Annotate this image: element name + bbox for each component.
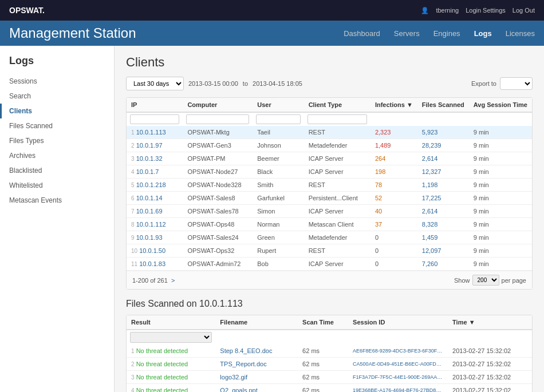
login-settings-link[interactable]: Login Settings <box>466 7 506 14</box>
user-filter-input[interactable] <box>256 114 300 124</box>
ip-link[interactable]: 10.0.1.113 <box>136 129 166 136</box>
filename-link[interactable]: TPS_Report.doc <box>220 361 266 367</box>
ip-link[interactable]: 10.0.1.218 <box>136 181 166 188</box>
table-row[interactable]: 2 No threat detected TPS_Report.doc 62 m… <box>127 358 532 371</box>
files-scanned-link[interactable]: 5,923 <box>422 129 438 136</box>
files-scanned-link[interactable]: 12,327 <box>422 168 441 175</box>
user-cell: Johnson <box>253 139 303 152</box>
avg-session-cell: 9 min <box>469 244 532 258</box>
col-files-scanned[interactable]: Files Scanned <box>417 98 469 112</box>
sidebar-item-files-scanned[interactable]: Files Scanned <box>0 118 114 133</box>
filename-cell: Q2_goals.ppt <box>215 384 298 393</box>
user-cell: Smith <box>253 179 303 192</box>
files-scanned-link[interactable]: 2,614 <box>422 155 438 162</box>
scan-time-cell: 62 ms <box>298 371 348 384</box>
row-num: 9 10.0.1.93 <box>127 231 183 244</box>
sidebar-item-metascan-events[interactable]: Metascan Events <box>0 193 114 208</box>
files-scanned-cell: 1,459 <box>417 231 469 244</box>
sidebar-item-search[interactable]: Search <box>0 89 114 104</box>
client-type-cell: ICAP Server <box>304 205 370 218</box>
infections-cell: 78 <box>370 179 417 192</box>
files-scanned-link[interactable]: 7,260 <box>422 260 438 267</box>
export-bar: Export to CSV PDF <box>471 77 533 90</box>
clients-per-page-select[interactable]: 200 100 50 <box>472 275 499 286</box>
sidebar-item-blacklisted[interactable]: Blacklisted <box>0 163 114 178</box>
clients-filter-row <box>127 112 532 126</box>
computer-filter-input[interactable] <box>186 114 249 124</box>
nav-servers[interactable]: Servers <box>394 29 420 38</box>
sidebar-item-clients[interactable]: Clients <box>0 104 114 118</box>
nav-licenses[interactable]: Licenses <box>506 29 535 38</box>
table-row[interactable]: 8 10.0.1.112 OPSWAT-Ops48 Norman Metasca… <box>127 218 532 231</box>
client-type-cell: ICAP Server <box>304 165 370 179</box>
nav-logs[interactable]: Logs <box>474 29 492 38</box>
ip-link[interactable]: 10.0.1.83 <box>139 260 165 267</box>
table-row[interactable]: 6 10.0.1.14 OPSWAT-Sales8 Garfunkel Pers… <box>127 192 532 205</box>
filename-link[interactable]: Q2_goals.ppt <box>220 387 257 392</box>
row-num: 7 10.0.1.69 <box>127 205 183 218</box>
col-infections[interactable]: Infections ▼ <box>370 98 417 112</box>
username: tberning <box>436 7 459 14</box>
avg-session-cell: 9 min <box>469 192 532 205</box>
table-row[interactable]: 9 10.0.1.93 OPSWAT-Sales24 Green Metadef… <box>127 231 532 244</box>
table-row[interactable]: 2 10.0.1.97 OPSWAT-Gen3 Johnson Metadefe… <box>127 139 532 152</box>
files-scanned-cell: 2,614 <box>417 152 469 165</box>
table-row[interactable]: 5 10.0.1.218 OPSWAT-Node328 Smith REST 7… <box>127 179 532 192</box>
date-range-select[interactable]: Last 30 days Last 7 days Today <box>126 77 184 90</box>
table-row[interactable]: 11 10.0.1.83 OPSWAT-Admin72 Bob ICAP Ser… <box>127 258 532 271</box>
files-scanned-link[interactable]: 12,097 <box>422 247 441 254</box>
ip-link[interactable]: 10.0.1.93 <box>136 234 163 241</box>
fs-col-time[interactable]: Time ▼ <box>448 315 532 330</box>
scan-time-cell: 62 ms <box>298 384 348 393</box>
sidebar-item-sessions[interactable]: Sessions <box>0 74 114 89</box>
ip-link[interactable]: 10.0.1.97 <box>136 142 163 149</box>
nav-dashboard[interactable]: Dashboard <box>344 29 380 38</box>
clients-next-page[interactable]: > <box>171 277 175 284</box>
export-format-select[interactable]: CSV PDF <box>500 77 533 90</box>
files-scanned-link[interactable]: 28,239 <box>422 142 441 149</box>
filename-link[interactable]: Step 8.4_EEO.doc <box>220 347 272 354</box>
user-cell: Rupert <box>253 244 303 258</box>
avg-session-cell: 9 min <box>469 152 532 165</box>
client-type-cell: Metascan Client <box>304 218 370 231</box>
files-scanned-link[interactable]: 2,614 <box>422 208 438 215</box>
ip-link[interactable]: 10.0.1.50 <box>139 247 165 254</box>
sidebar-item-files-types[interactable]: Files Types <box>0 133 114 148</box>
ip-filter-input[interactable] <box>130 114 179 124</box>
table-row[interactable]: 3 No threat detected logo32.gif 62 ms F1… <box>127 371 532 384</box>
table-row[interactable]: 7 10.0.1.69 OPSWAT-Sales78 Simon ICAP Se… <box>127 205 532 218</box>
table-row[interactable]: 1 No threat detected Step 8.4_EEO.doc 62… <box>127 345 532 358</box>
table-row[interactable]: 4 No threat detected Q2_goals.ppt 62 ms … <box>127 384 532 393</box>
files-scanned-table-container: Result Filename Scan Time Session ID Tim… <box>126 315 533 392</box>
result-filter-select[interactable]: No threat detected Threat detected <box>130 332 212 343</box>
nav-engines[interactable]: Engines <box>433 29 460 38</box>
files-scanned-link[interactable]: 17,225 <box>422 195 441 201</box>
ip-link[interactable]: 10.0.1.7 <box>136 168 159 175</box>
ip-link[interactable]: 10.0.1.32 <box>136 155 163 162</box>
files-scanned-header: Result Filename Scan Time Session ID Tim… <box>127 315 532 330</box>
result-cell: 2 No threat detected <box>127 358 215 371</box>
date-from: 2013-03-15 00:00 <box>188 80 238 87</box>
result-cell: 3 No threat detected <box>127 371 215 384</box>
files-scanned-link[interactable]: 8,328 <box>422 221 438 228</box>
files-scanned-link[interactable]: 1,198 <box>422 181 438 188</box>
filename-link[interactable]: logo32.gif <box>220 374 247 381</box>
sidebar-item-archives[interactable]: Archives <box>0 148 114 163</box>
ip-link[interactable]: 10.0.1.69 <box>136 208 163 215</box>
clienttype-filter-input[interactable] <box>308 114 367 124</box>
table-row[interactable]: 4 10.0.1.7 OPSWAT-Node27 Black ICAP Serv… <box>127 165 532 179</box>
table-row[interactable]: 10 10.0.1.50 OPSWAT-Ops32 Rupert REST 0 … <box>127 244 532 258</box>
infections-cell: 1,489 <box>370 139 417 152</box>
files-scanned-link[interactable]: 1,459 <box>422 234 438 241</box>
sidebar-item-whitelisted[interactable]: Whitelisted <box>0 178 114 193</box>
filename-cell: TPS_Report.doc <box>215 358 298 371</box>
scan-time-cell: 62 ms <box>298 345 348 358</box>
computer-cell: OPSWAT-Node27 <box>183 165 253 179</box>
session-id-cell: 19E368BE-A176-4694-BF76-27BD83C7A006 <box>348 384 448 393</box>
ip-link[interactable]: 10.0.1.14 <box>136 195 163 201</box>
logout-link[interactable]: Log Out <box>513 7 535 14</box>
avg-session-cell: 9 min <box>469 218 532 231</box>
table-row[interactable]: 1 10.0.1.113 OPSWAT-Mktg Taeil REST 2,32… <box>127 126 532 139</box>
table-row[interactable]: 3 10.0.1.32 OPSWAT-PM Beemer ICAP Server… <box>127 152 532 165</box>
ip-link[interactable]: 10.0.1.112 <box>136 221 166 228</box>
